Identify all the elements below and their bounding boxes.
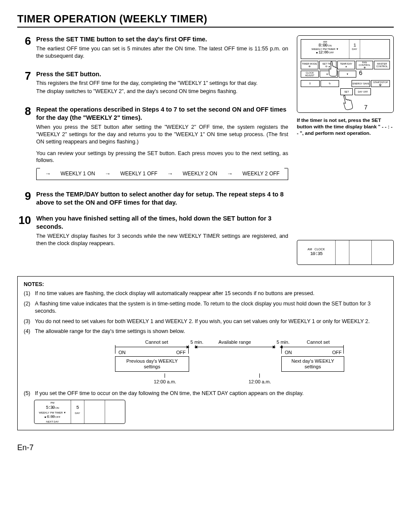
note-number: (2) <box>24 300 33 315</box>
note-number: (3) <box>24 318 33 326</box>
range-diagram: Cannot set 5 min. Available range 5 min.… <box>68 339 343 386</box>
notes-box: NOTES: (1)If no time values are flashing… <box>17 276 394 431</box>
notes-title: NOTES: <box>24 281 387 289</box>
lcd-day: DAY <box>352 48 357 50</box>
step-text: When you press the SET button after sett… <box>36 124 288 164</box>
note-text: If no time values are flashing, the cloc… <box>35 290 314 298</box>
lcd-time-on: 5:30 <box>46 405 54 410</box>
step-6: 6 Press the SET TIME button to set the d… <box>17 35 288 64</box>
refresh-button[interactable]: ↻ <box>321 80 339 87</box>
label-midnight: 12:00 a.m. <box>249 379 271 385</box>
note-number: (1) <box>24 290 33 298</box>
lcd-on: ON <box>55 407 59 409</box>
next-settings-box: Next day's WEEKLY settings <box>281 356 344 372</box>
arrow-icon: → <box>167 170 173 177</box>
step-10: 10 When you have finished setting all of… <box>17 215 288 251</box>
lcd-time-on: 8:00 <box>318 43 327 48</box>
label-on: ON <box>285 349 292 356</box>
note-text: The allowable range for the day's time s… <box>35 328 185 336</box>
step-title: Press the SET TIME button to set the day… <box>36 35 288 44</box>
label-on: ON <box>118 349 126 356</box>
lcd-off: OFF <box>329 51 334 54</box>
lcd-next-day: NEXT DAY <box>46 420 59 423</box>
label-off: OFF <box>176 349 186 356</box>
flow-item: WEEKLY 1 OFF <box>120 171 157 177</box>
label-5min: 5 min. <box>277 339 290 345</box>
flow-item: WEEKLY 2 ON <box>183 171 217 177</box>
step-text: This registers the first OFF time for th… <box>36 80 288 95</box>
master-control-button[interactable]: MASTER CONTROL <box>374 61 390 69</box>
left-column: 6 Press the SET TIME button to set the d… <box>17 35 288 265</box>
step-number: 8 <box>17 106 32 180</box>
note-number: (4) <box>24 328 33 336</box>
label-cannot-set: Cannot set <box>307 339 330 345</box>
clock-lcd: AM CLOCK 10:35 <box>297 240 394 265</box>
right-column: AM 8:00 ON WEEKLY PM TIMER ▼ ■ 12:00 OFF… <box>297 35 394 265</box>
lcd-pm: PM <box>50 401 54 404</box>
prev-settings-box: Previous day's WEEKLY settings <box>115 356 189 372</box>
lcd-am: AM <box>308 248 312 251</box>
next-day-lcd: PM 5:30 ON WEEKLY PM TIMER ▼ ■ 6:00 OFF … <box>34 400 125 424</box>
start-stop-button[interactable]: START/STOP ⏻ <box>371 80 390 87</box>
timer-mode-button[interactable]: TIMER MODE⊕ <box>301 61 318 69</box>
remote-note: If the timer is not set, press the SET b… <box>297 117 394 137</box>
arrow-icon: → <box>105 170 111 177</box>
lcd-time: 10:35 <box>297 251 335 257</box>
step-title: Repeat the operations described in Steps… <box>36 106 288 122</box>
swap-button[interactable]: ⇕ <box>301 80 320 87</box>
lcd-on: ON <box>328 44 332 47</box>
clock-adjust-button[interactable]: CLOCK ADJUST <box>301 71 319 78</box>
callout-6: 6 <box>359 69 362 76</box>
note-text: If you set the OFF time to occur on the … <box>35 390 304 398</box>
label-off: OFF <box>332 349 342 356</box>
step-title: Press the TEMP./DAY button to select ano… <box>36 190 288 207</box>
step-title: Press the SET button. <box>36 70 288 78</box>
lcd-day: DAY <box>75 412 80 414</box>
note-text: You do not need to set values for both W… <box>35 318 370 326</box>
step-text: The earliest OFF time you can set is 5 m… <box>36 45 288 60</box>
step-number: 7 <box>17 70 32 100</box>
temp-day-button[interactable]: TEMP./DAY▲ <box>337 61 355 69</box>
hand-pointer-icon <box>326 61 339 78</box>
step-title: When you have finished setting all of th… <box>36 215 288 231</box>
fan-control-button[interactable]: FAN CONTROL✻ <box>356 61 374 69</box>
hand-pointer-icon <box>338 93 355 113</box>
energy-save-button[interactable]: ENERGY SAVE <box>352 80 371 87</box>
step-7: 7 Press the SET button. This registers t… <box>17 70 288 100</box>
temp-down-button[interactable]: ▼ <box>339 71 357 78</box>
lcd-time-off: 12:00 <box>318 50 328 55</box>
lcd-timer: TIMER <box>55 411 63 414</box>
settings-flow: → WEEKLY 1 ON → WEEKLY 1 OFF → WEEKLY 2 … <box>36 168 288 180</box>
step-number: 10 <box>17 215 32 251</box>
label-midnight: 12:00 a.m. <box>154 379 176 385</box>
arrow-icon: → <box>45 170 51 177</box>
lcd-off: OFF <box>55 416 60 418</box>
step-number: 6 <box>17 35 32 64</box>
flow-item: WEEKLY 1 ON <box>60 171 95 177</box>
main-columns: 6 Press the SET TIME button to set the d… <box>17 35 394 265</box>
callout-7: 7 <box>364 104 367 111</box>
page-number: En-7 <box>17 443 394 452</box>
arrow-icon: → <box>227 170 233 177</box>
page-title: TIMER OPERATION (WEEKLY TIMER) <box>17 13 394 28</box>
day-off-button[interactable]: DAY OFF <box>355 88 371 95</box>
lcd-weekly: WEEKLY <box>39 411 49 414</box>
flow-item: WEEKLY 2 OFF <box>243 171 280 177</box>
step-text: The WEEKLY display flashes for 3 seconds… <box>36 233 288 247</box>
label-available: Available range <box>218 339 251 345</box>
lcd-day-num: 5 <box>76 405 79 410</box>
step-number: 9 <box>17 190 32 208</box>
remote-display: AM 8:00 ON WEEKLY PM TIMER ▼ ■ 12:00 OFF… <box>301 39 390 59</box>
lcd-pm: PM <box>50 411 54 414</box>
lcd-clock-label: CLOCK <box>314 248 325 251</box>
step-9: 9 Press the TEMP./DAY button to select a… <box>17 190 288 208</box>
lcd-day-num: 1 <box>353 43 355 48</box>
lcd-time-off: 6:00 <box>47 415 55 419</box>
step-8: 8 Repeat the operations described in Ste… <box>17 106 288 180</box>
note-number: (5) <box>24 390 33 398</box>
note-text: A flashing time value indicates that the… <box>35 300 387 315</box>
remote-diagram: AM 8:00 ON WEEKLY PM TIMER ▼ ■ 12:00 OFF… <box>297 35 394 113</box>
lcd-timer: TIMER <box>327 48 336 50</box>
label-cannot-set: Cannot set <box>145 339 168 345</box>
